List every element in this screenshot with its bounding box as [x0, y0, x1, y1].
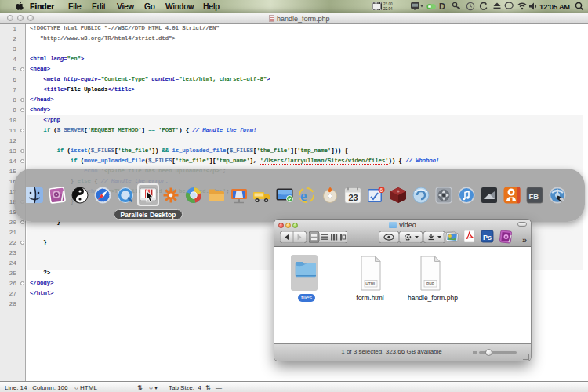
svg-text:22.94: 22.94 — [383, 7, 393, 11]
svg-text:HTML: HTML — [365, 282, 376, 286]
svg-text:PHP: PHP — [426, 282, 435, 286]
svg-text:e: e — [300, 187, 307, 204]
svg-text:23.00: 23.00 — [383, 2, 393, 6]
svg-text:23: 23 — [349, 193, 358, 202]
svg-text:Ps: Ps — [483, 234, 492, 241]
svg-text:FB: FB — [529, 192, 539, 201]
svg-text:6: 6 — [380, 187, 383, 193]
svg-text:D: D — [439, 2, 445, 10]
